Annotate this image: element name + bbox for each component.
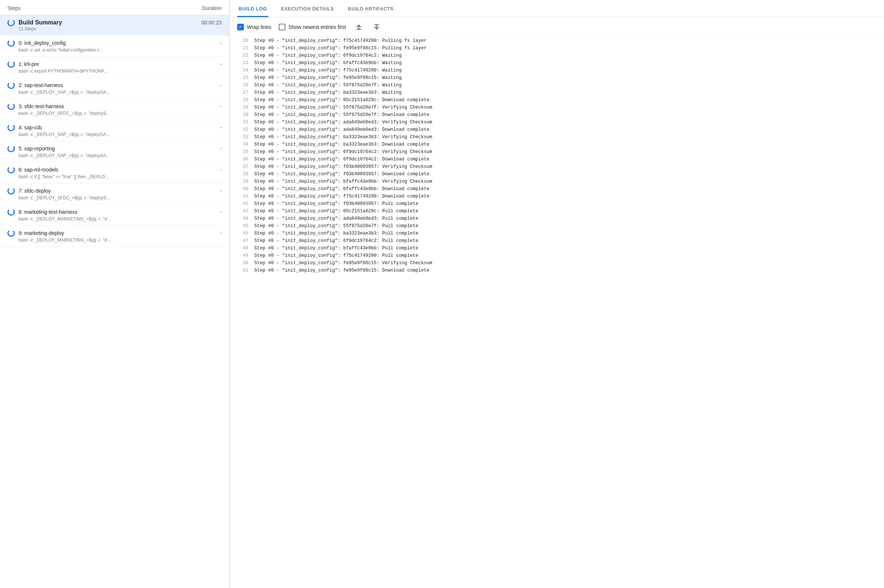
step-item[interactable]: 8: marketing-test-harness-bash -c _DEPLO… bbox=[0, 204, 229, 226]
log-line-text: Step #0 - "init_deploy_config": f75c4174… bbox=[254, 67, 402, 74]
log-line: 21Step #0 - "init_deploy_config": fe95e9… bbox=[230, 45, 884, 52]
step-item[interactable]: 7: sfdc-deploy-bash -c _DEPLOY_SFDC_=$(j… bbox=[0, 183, 229, 204]
scroll-bottom-button[interactable] bbox=[371, 22, 382, 32]
log-line-text: Step #0 - "init_deploy_config": f75c4174… bbox=[254, 37, 426, 45]
log-line-text: Step #0 - "init_deploy_config": ba3323ea… bbox=[254, 230, 419, 237]
log-line-text: Step #0 - "init_deploy_config": bfaffc43… bbox=[254, 59, 402, 67]
log-line: 47Step #0 - "init_deploy_config": 6f9dc1… bbox=[230, 237, 884, 244]
log-line: 50Step #0 - "init_deploy_config": fe95e9… bbox=[230, 260, 884, 267]
steps-list: Build Summary 00:00:23 11 Steps 0: init_… bbox=[0, 15, 229, 588]
log-line-text: Step #0 - "init_deploy_config": 6f9dc197… bbox=[254, 52, 402, 59]
step-subtitle: bash -c _DEPLOY_MARKETING_=$(jq -r ."d..… bbox=[18, 216, 204, 222]
log-line: 32Step #0 - "init_deploy_config": ada649… bbox=[230, 126, 884, 134]
step-spinner bbox=[8, 208, 15, 216]
step-item[interactable]: 1: k9-pre-bash -c export PYTHONPATH=$PYT… bbox=[0, 57, 229, 78]
log-line-text: Step #0 - "init_deploy_config": bfaffc43… bbox=[254, 178, 432, 185]
scroll-top-button[interactable] bbox=[354, 22, 364, 32]
log-line-text: Step #0 - "init_deploy_config": fe95e9f8… bbox=[254, 267, 429, 274]
wrap-lines-checkbox[interactable]: ✓ bbox=[237, 24, 244, 30]
log-line-text: Step #0 - "init_deploy_config": fe95e9f8… bbox=[254, 45, 426, 52]
log-line-text: Step #0 - "init_deploy_config": 05c2151a… bbox=[254, 96, 429, 104]
build-summary-item[interactable]: Build Summary 00:00:23 11 Steps bbox=[0, 15, 229, 36]
step-duration: - bbox=[220, 209, 222, 215]
step-name: 6: sap-ml-models bbox=[18, 167, 58, 172]
log-line: 35Step #0 - "init_deploy_config": 6f9dc1… bbox=[230, 148, 884, 156]
log-line: 39Step #0 - "init_deploy_config": bfaffc… bbox=[230, 178, 884, 185]
log-line-number: 25 bbox=[237, 74, 248, 81]
show-newest-checkbox-label[interactable]: Show newest entries first bbox=[279, 24, 346, 30]
tab-execution-details[interactable]: EXECUTION DETAILS bbox=[279, 0, 335, 17]
log-line: 29Step #0 - "init_deploy_config": 55f875… bbox=[230, 104, 884, 111]
step-duration: - bbox=[220, 188, 222, 194]
wrap-lines-checkbox-label[interactable]: ✓ Wrap lines bbox=[237, 24, 271, 30]
log-line-text: Step #0 - "init_deploy_config": f75c4174… bbox=[254, 193, 429, 200]
step-spinner bbox=[8, 124, 15, 131]
step-item[interactable]: 6: sap-ml-models-bash -c if [[ "false" =… bbox=[0, 162, 229, 183]
right-panel: BUILD LOG EXECUTION DETAILS BUILD ARTIFA… bbox=[230, 0, 884, 588]
step-item[interactable]: 9: marketing-deploy-bash -c _DEPLOY_MARK… bbox=[0, 226, 229, 247]
step-item[interactable]: 3: sfdc-test-harness-bash -c _DEPLOY_SFD… bbox=[0, 99, 229, 120]
log-line-text: Step #0 - "init_deploy_config": 55f875d2… bbox=[254, 222, 419, 230]
step-spinner bbox=[8, 103, 15, 110]
step-item[interactable]: 2: sap-test-harness-bash -c _DEPLOY_SAP_… bbox=[0, 78, 229, 99]
step-subtitle: bash -c _DEPLOY_SFDC_=$(jq -r ."deployS.… bbox=[18, 195, 204, 201]
step-spinner bbox=[8, 81, 15, 89]
log-line-text: Step #0 - "init_deploy_config": 6f9dc197… bbox=[254, 148, 432, 156]
log-toolbar: ✓ Wrap lines Show newest entries first bbox=[230, 17, 884, 37]
step-subtitle: bash -c set -e echo "Initial configurati… bbox=[18, 47, 204, 52]
log-line: 51Step #0 - "init_deploy_config": fe95e9… bbox=[230, 267, 884, 274]
log-line-number: 36 bbox=[237, 156, 248, 163]
step-name: 8: marketing-test-harness bbox=[18, 209, 78, 215]
log-line-text: Step #0 - "init_deploy_config": 6f9dc197… bbox=[254, 156, 429, 163]
log-line-number: 51 bbox=[237, 267, 248, 274]
show-newest-checkbox[interactable] bbox=[279, 24, 285, 30]
step-duration: - bbox=[220, 167, 222, 172]
log-line-text: Step #0 - "init_deploy_config": f75c4174… bbox=[254, 252, 419, 260]
step-item[interactable]: 4: sap-cdc-bash -c _DEPLOY_SAP_=$(jq -r … bbox=[0, 120, 229, 141]
show-newest-label: Show newest entries first bbox=[288, 24, 346, 30]
log-line-text: Step #0 - "init_deploy_config": ba3323ea… bbox=[254, 89, 402, 96]
log-line: 41Step #0 - "init_deploy_config": f75c41… bbox=[230, 193, 884, 200]
step-name: 4: sap-cdc bbox=[18, 124, 43, 130]
build-summary-name: Build Summary bbox=[18, 19, 62, 26]
log-line-number: 42 bbox=[237, 200, 248, 207]
step-item[interactable]: 0: init_deploy_config-bash -c set -e ech… bbox=[0, 36, 229, 57]
step-duration: - bbox=[220, 230, 222, 236]
step-name: 3: sfdc-test-harness bbox=[18, 104, 64, 109]
step-duration: - bbox=[220, 104, 222, 109]
log-line-number: 31 bbox=[237, 118, 248, 126]
log-line: 34Step #0 - "init_deploy_config": ba3323… bbox=[230, 141, 884, 148]
log-line-text: Step #0 - "init_deploy_config": bfaffc43… bbox=[254, 244, 419, 252]
step-spinner bbox=[8, 145, 15, 152]
log-line: 44Step #0 - "init_deploy_config": ada649… bbox=[230, 215, 884, 222]
log-line-number: 48 bbox=[237, 244, 248, 252]
step-subtitle: bash -c _DEPLOY_SAP_=$(jq -r ."deploySA.… bbox=[18, 90, 204, 95]
log-line-number: 30 bbox=[237, 111, 248, 118]
step-item[interactable]: 5: sap-reporting-bash -c _DEPLOY_SAP_=$(… bbox=[0, 141, 229, 162]
log-line-text: Step #0 - "init_deploy_config": f03b4009… bbox=[254, 170, 429, 178]
log-line-number: 43 bbox=[237, 207, 248, 215]
log-line-text: Step #0 - "init_deploy_config": 55f875d2… bbox=[254, 81, 402, 89]
step-name: 2: sap-test-harness bbox=[18, 82, 63, 88]
log-line: 45Step #0 - "init_deploy_config": 55f875… bbox=[230, 222, 884, 230]
step-spinner bbox=[8, 187, 15, 195]
log-line-number: 38 bbox=[237, 170, 248, 178]
log-line-number: 45 bbox=[237, 222, 248, 230]
log-line-text: Step #0 - "init_deploy_config": 55f875d2… bbox=[254, 104, 432, 111]
duration-label: Duration bbox=[202, 5, 222, 11]
tab-build-log[interactable]: BUILD LOG bbox=[237, 0, 269, 17]
log-area: 20Step #0 - "init_deploy_config": f75c41… bbox=[230, 37, 884, 588]
build-summary-spinner bbox=[8, 19, 15, 26]
log-line-number: 50 bbox=[237, 260, 248, 267]
log-line: 40Step #0 - "init_deploy_config": bfaffc… bbox=[230, 185, 884, 193]
tab-build-artifacts[interactable]: BUILD ARTIFACTS bbox=[347, 0, 395, 17]
log-line: 36Step #0 - "init_deploy_config": 6f9dc1… bbox=[230, 156, 884, 163]
log-line-number: 35 bbox=[237, 148, 248, 156]
step-subtitle: bash -c _DEPLOY_SFDC_=$(jq -r ."deployS.… bbox=[18, 111, 204, 116]
step-name: 1: k9-pre bbox=[18, 61, 39, 67]
build-summary-duration: 00:00:23 bbox=[202, 20, 222, 26]
tabs-row: BUILD LOG EXECUTION DETAILS BUILD ARTIFA… bbox=[230, 0, 884, 17]
log-line: 42Step #0 - "init_deploy_config": f03b40… bbox=[230, 200, 884, 207]
step-name: 0: init_deploy_config bbox=[18, 40, 66, 46]
log-line: 23Step #0 - "init_deploy_config": bfaffc… bbox=[230, 59, 884, 67]
